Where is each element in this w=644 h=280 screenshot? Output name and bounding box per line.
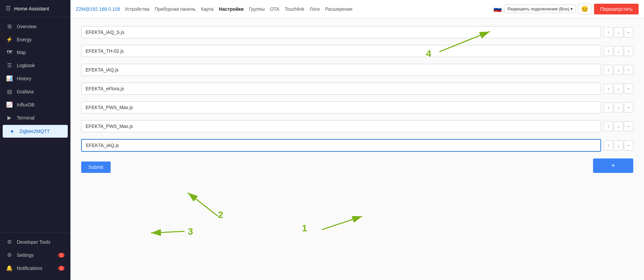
- sidebar-label-history: History: [17, 76, 32, 81]
- field-down-btn-7[interactable]: ↓: [614, 140, 623, 150]
- field-down-btn-3[interactable]: ↓: [614, 65, 623, 75]
- app-title: Home Assistant: [14, 6, 49, 11]
- sidebar-item-terminal[interactable]: ▶ Terminal: [0, 111, 70, 124]
- sidebar-item-map[interactable]: 🗺 Map: [0, 46, 70, 59]
- field-up-btn-1[interactable]: ↑: [604, 27, 613, 37]
- field-controls-6: ↑↓−: [604, 121, 633, 131]
- connection-dropdown[interactable]: Разрешить подключения (Все) ▾: [504, 5, 576, 13]
- field-up-btn-7[interactable]: ↑: [604, 140, 613, 150]
- sidebar-label-map: Map: [17, 50, 26, 55]
- field-row-3: ↑↓−: [81, 64, 633, 76]
- field-row-1: ↑↓−: [81, 26, 633, 38]
- field-controls-7: ↑↓−: [604, 140, 633, 150]
- restart-button[interactable]: Перезапустить: [594, 4, 639, 14]
- field-remove-btn-4[interactable]: −: [624, 84, 633, 94]
- sidebar-bottom: ⚙ Developer Tools⚙ Settings1🔔 Notificati…: [0, 232, 70, 280]
- topbar-nav-devices[interactable]: Устройства: [122, 5, 152, 13]
- emoji-button[interactable]: 😊: [578, 4, 591, 14]
- field-down-btn-4[interactable]: ↓: [614, 84, 623, 94]
- field-down-btn-6[interactable]: ↓: [614, 121, 623, 131]
- flag-icon: 🇷🇺: [493, 5, 502, 13]
- field-up-btn-4[interactable]: ↑: [604, 84, 613, 94]
- sidebar-item-logbook[interactable]: ☰ Logbook: [0, 59, 70, 72]
- topbar-nav-extensions[interactable]: Расширения: [322, 5, 355, 13]
- field-controls-2: ↑↓−: [604, 46, 633, 56]
- annotation-label-1: 1: [302, 223, 307, 234]
- field-remove-btn-3[interactable]: −: [624, 65, 633, 75]
- hamburger-icon[interactable]: ☰: [5, 5, 11, 12]
- topbar-nav-settings[interactable]: Настройки: [216, 5, 247, 13]
- field-input-5[interactable]: [81, 101, 601, 113]
- field-input-6[interactable]: [81, 120, 601, 132]
- overview-icon: ⊞: [6, 23, 13, 30]
- sidebar-bottom-developer-tools[interactable]: ⚙ Developer Tools: [0, 235, 70, 248]
- field-row-2: ↑↓−: [81, 45, 633, 57]
- topbar-nav-touchlink[interactable]: Touchlink: [282, 5, 307, 13]
- bottom-row: Submit +: [81, 158, 633, 173]
- field-remove-btn-5[interactable]: −: [624, 102, 633, 112]
- field-remove-btn-6[interactable]: −: [624, 121, 633, 131]
- sidebar-label-notifications: Notifications: [17, 266, 42, 271]
- topbar-nav-map[interactable]: Карта: [198, 5, 216, 13]
- field-input-7[interactable]: [81, 139, 601, 152]
- notifications-badge: 1: [58, 266, 64, 271]
- add-button[interactable]: +: [593, 158, 633, 173]
- sidebar-item-overview[interactable]: ⊞ Overview: [0, 20, 70, 33]
- topbar-nav-ota[interactable]: OTA: [267, 5, 282, 13]
- sidebar-label-grafana: Grafana: [17, 89, 34, 94]
- sidebar-label-influxdb: InfluxDB: [17, 102, 35, 107]
- content-area: ↑↓−↑↓−↑↓−↑↓−↑↓−↑↓−↑↓− Submit +: [70, 18, 644, 280]
- grafana-icon: ▤: [6, 88, 13, 95]
- sidebar-label-overview: Overview: [17, 24, 36, 29]
- field-up-btn-3[interactable]: ↑: [604, 65, 613, 75]
- field-row-4: ↑↓−: [81, 83, 633, 95]
- field-controls-3: ↑↓−: [604, 65, 633, 75]
- topbar-nav-dashboard[interactable]: Приборная панель: [152, 5, 198, 13]
- dropdown-label: Разрешить подключения (Все): [507, 6, 569, 11]
- field-up-btn-2[interactable]: ↑: [604, 46, 613, 56]
- field-row-7: ↑↓−: [81, 139, 633, 152]
- field-controls-5: ↑↓−: [604, 102, 633, 112]
- field-down-btn-2[interactable]: ↓: [614, 46, 623, 56]
- annotation-label-3: 3: [188, 226, 193, 237]
- energy-icon: ⚡: [6, 36, 13, 43]
- sidebar-label-logbook: Logbook: [17, 63, 35, 68]
- field-remove-btn-2[interactable]: −: [624, 46, 633, 56]
- zigbee2mqtt-icon: ●: [9, 128, 15, 134]
- map-icon: 🗺: [6, 49, 13, 55]
- sidebar-item-history[interactable]: 📊 History: [0, 72, 70, 85]
- influxdb-icon: 📈: [6, 101, 13, 108]
- field-input-1[interactable]: [81, 26, 601, 38]
- field-up-btn-5[interactable]: ↑: [604, 102, 613, 112]
- sidebar: ☰ Home Assistant ⊞ Overview⚡ Energy🗺 Map…: [0, 0, 70, 280]
- field-up-btn-6[interactable]: ↑: [604, 121, 613, 131]
- sidebar-item-grafana[interactable]: ▤ Grafana: [0, 85, 70, 98]
- topbar: Z2M@192.168.0.108 УстройстваПриборная па…: [70, 0, 644, 18]
- field-remove-btn-7[interactable]: −: [624, 140, 633, 150]
- annotation-label-2: 2: [218, 209, 223, 220]
- field-input-4[interactable]: [81, 83, 601, 95]
- sidebar-item-zigbee2mqtt[interactable]: ● Zigbee2MQTT: [3, 125, 68, 138]
- field-down-btn-1[interactable]: ↓: [614, 27, 623, 37]
- topbar-nav-logs[interactable]: Логи: [307, 5, 322, 13]
- field-input-2[interactable]: [81, 45, 601, 57]
- terminal-icon: ▶: [6, 114, 13, 121]
- sidebar-item-influxdb[interactable]: 📈 InfluxDB: [0, 98, 70, 111]
- field-controls-4: ↑↓−: [604, 84, 633, 94]
- sidebar-item-energy[interactable]: ⚡ Energy: [0, 33, 70, 46]
- z2m-link[interactable]: Z2M@192.168.0.108: [76, 6, 120, 12]
- topbar-nav-groups[interactable]: Группы: [246, 5, 267, 13]
- logbook-icon: ☰: [6, 62, 13, 68]
- field-controls-1: ↑↓−: [604, 27, 633, 37]
- field-down-btn-5[interactable]: ↓: [614, 102, 623, 112]
- field-remove-btn-1[interactable]: −: [624, 27, 633, 37]
- svg-line-1: [322, 216, 362, 230]
- field-row-5: ↑↓−: [81, 101, 633, 113]
- sidebar-label-terminal: Terminal: [17, 115, 35, 121]
- svg-line-2: [188, 193, 218, 216]
- sidebar-bottom-settings[interactable]: ⚙ Settings1: [0, 248, 70, 262]
- field-input-3[interactable]: [81, 64, 601, 76]
- submit-button[interactable]: Submit: [81, 161, 111, 173]
- sidebar-bottom-notifications[interactable]: 🔔 Notifications1: [0, 262, 70, 275]
- sidebar-label-energy: Energy: [17, 37, 32, 42]
